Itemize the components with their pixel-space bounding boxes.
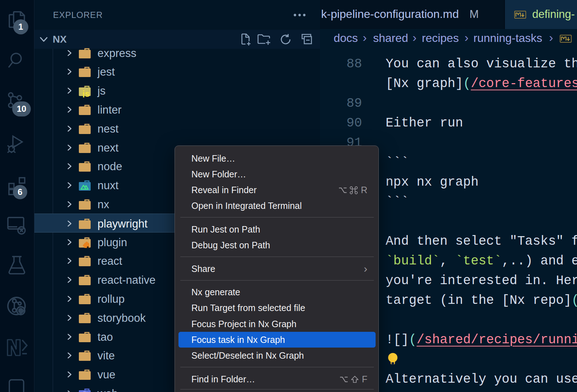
svg-text:js: js — [82, 89, 90, 97]
